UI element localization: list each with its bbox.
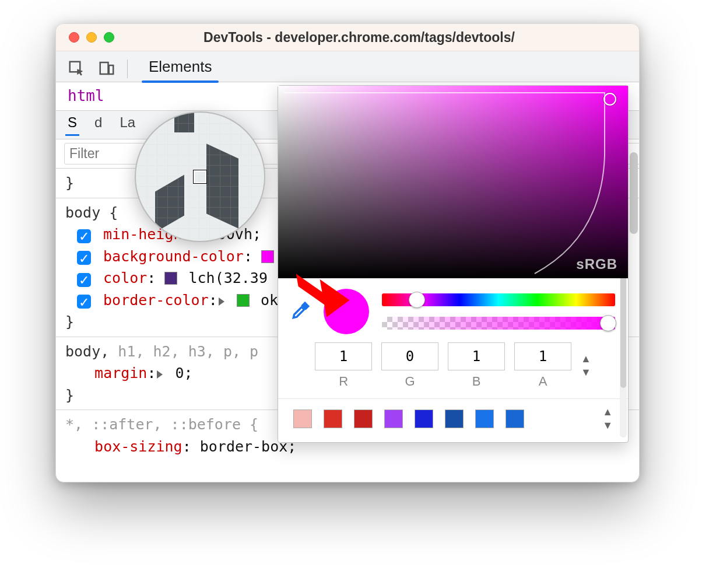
- channel-b-input[interactable]: [448, 342, 505, 370]
- palette-swatch[interactable]: [354, 410, 373, 428]
- color-swatch-icon[interactable]: [164, 272, 177, 285]
- prop[interactable]: box-sizing: [94, 438, 182, 455]
- devtools-window: DevTools - developer.chrome.com/tags/dev…: [55, 23, 640, 482]
- spectrum-canvas[interactable]: sRGB: [278, 86, 628, 278]
- palette-swatch[interactable]: [415, 410, 433, 428]
- channel-r-input[interactable]: [315, 342, 372, 370]
- checkbox-icon[interactable]: ✓: [77, 273, 91, 287]
- color-swatch-icon[interactable]: [237, 294, 250, 307]
- checkbox-icon[interactable]: ✓: [77, 251, 91, 265]
- subtab-layout[interactable]: La: [120, 114, 135, 135]
- palette-switcher[interactable]: ▲ ▼: [602, 406, 613, 432]
- close-window-icon[interactable]: [69, 32, 79, 43]
- channel-label: B: [472, 374, 481, 389]
- checkbox-icon[interactable]: ✓: [77, 295, 91, 309]
- palette-row: ▲ ▼: [278, 398, 628, 442]
- subtab-styles[interactable]: S: [68, 114, 77, 135]
- value[interactable]: lch(32.39: [189, 270, 268, 286]
- palette-swatch[interactable]: [293, 410, 312, 428]
- palette-swatch[interactable]: [445, 410, 464, 428]
- expand-icon[interactable]: [219, 298, 224, 306]
- gamut-label: sRGB: [576, 256, 617, 272]
- eyedropper-loupe: [135, 111, 265, 242]
- devtools-toolbar: Elements: [56, 51, 639, 82]
- palette-swatch[interactable]: [506, 410, 524, 428]
- chevron-up-icon[interactable]: ▲: [602, 406, 613, 418]
- titlebar: DevTools - developer.chrome.com/tags/dev…: [56, 24, 639, 51]
- annotation-arrow-icon: [286, 257, 350, 324]
- color-swatch-icon[interactable]: [261, 250, 274, 263]
- alpha-slider[interactable]: [382, 317, 615, 330]
- svg-rect-1: [100, 62, 108, 74]
- chevron-down-icon[interactable]: ▼: [602, 419, 613, 432]
- palette-swatch[interactable]: [475, 410, 494, 428]
- scrollbar[interactable]: [630, 152, 638, 234]
- channel-a-input[interactable]: [514, 342, 571, 370]
- value[interactable]: 0;: [176, 365, 193, 382]
- inspect-element-icon[interactable]: [66, 58, 86, 78]
- subtab-computed[interactable]: d: [94, 114, 102, 135]
- svg-rect-2: [109, 65, 114, 74]
- hue-slider[interactable]: [382, 293, 615, 306]
- slider-thumb[interactable]: [600, 315, 616, 331]
- prop[interactable]: border-color: [103, 292, 209, 309]
- channel-label: G: [405, 374, 415, 389]
- palette-swatch[interactable]: [384, 410, 403, 428]
- format-switcher[interactable]: ▲ ▼: [581, 353, 591, 379]
- window-title: DevTools - developer.chrome.com/tags/dev…: [56, 30, 639, 46]
- channel-label: R: [339, 374, 348, 389]
- loupe-target-icon: [194, 170, 206, 183]
- prop[interactable]: color: [103, 270, 147, 286]
- chevron-down-icon[interactable]: ▼: [581, 366, 591, 379]
- toolbar-divider: [127, 60, 128, 78]
- gamut-line-icon: [278, 86, 628, 278]
- expand-icon[interactable]: [157, 370, 163, 379]
- device-toolbar-icon[interactable]: [97, 58, 117, 78]
- channel-g-input[interactable]: [381, 342, 438, 370]
- prop[interactable]: background-color: [103, 248, 244, 265]
- breadcrumb-item[interactable]: html: [68, 87, 104, 104]
- tab-elements[interactable]: Elements: [138, 58, 222, 82]
- window-controls: [69, 32, 114, 43]
- zoom-window-icon[interactable]: [104, 32, 114, 43]
- palette-swatch[interactable]: [324, 410, 342, 428]
- minimize-window-icon[interactable]: [86, 32, 97, 43]
- chevron-up-icon[interactable]: ▲: [581, 353, 591, 365]
- spectrum-cursor[interactable]: [603, 93, 616, 106]
- prop[interactable]: margin: [94, 365, 147, 382]
- channel-inputs: R G B A ▲ ▼: [278, 337, 628, 398]
- slider-thumb[interactable]: [409, 292, 425, 308]
- checkbox-icon[interactable]: ✓: [77, 229, 91, 243]
- channel-label: A: [539, 374, 547, 389]
